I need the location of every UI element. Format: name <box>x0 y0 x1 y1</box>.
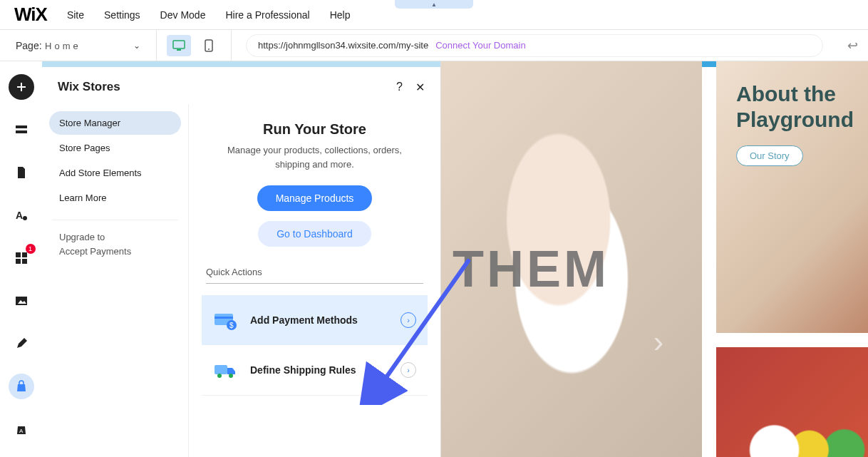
quick-actions-label: Quick Actions <box>206 267 423 284</box>
qa-item-label: Add Payment Methods <box>250 314 401 326</box>
payment-icon: $ <box>213 309 237 331</box>
site-url-bar: https://johnmgllson34.wixsite.com/my-sit… <box>246 34 823 57</box>
svg-rect-1 <box>177 49 181 51</box>
svg-text:A: A <box>16 210 23 221</box>
menu-devmode[interactable]: Dev Mode <box>160 9 206 21</box>
sidebar-item-add-store-elements[interactable]: Add Store Elements <box>49 161 181 185</box>
collapse-handle[interactable]: ▲ <box>395 0 473 9</box>
theme-button[interactable]: A <box>9 202 34 228</box>
chevron-right-icon: › <box>401 312 416 328</box>
bag-icon <box>16 380 27 393</box>
mobile-view-button[interactable] <box>197 35 221 56</box>
svg-rect-19 <box>215 365 227 374</box>
image-icon <box>15 296 28 306</box>
upgrade-line2: Accept Payments <box>59 246 131 257</box>
svg-point-21 <box>229 374 233 378</box>
add-element-button[interactable] <box>9 74 34 100</box>
page-selector[interactable]: Page: Home ⌄ <box>0 30 157 61</box>
top-menubar: ▲ WiX Site Settings Dev Mode Hire a Prof… <box>0 0 868 30</box>
help-button[interactable]: ? <box>396 81 403 94</box>
our-story-button[interactable]: Our Story <box>736 145 803 166</box>
connect-domain-link[interactable]: Connect Your Domain <box>435 40 525 51</box>
about-heading-l2: Playground <box>736 108 854 131</box>
svg-point-7 <box>23 216 27 220</box>
menu-hire[interactable]: Hire a Professional <box>225 9 309 21</box>
menu-help[interactable]: Help <box>330 9 351 21</box>
panel-title: Wix Stores <box>58 80 120 94</box>
page-label: Page: <box>16 40 42 51</box>
page-value: Home <box>45 41 81 51</box>
desktop-icon <box>172 40 185 51</box>
product-image <box>716 347 868 457</box>
blog-button[interactable] <box>9 331 34 356</box>
sidebar-item-learn-more[interactable]: Learn More <box>49 186 181 210</box>
run-store-subtitle: Manage your products, collections, order… <box>215 143 415 171</box>
menu-site[interactable]: Site <box>67 9 84 21</box>
theme-icon: A <box>15 209 28 222</box>
qa-define-shipping-rules[interactable]: Define Shipping Rules › <box>202 345 428 396</box>
wix-logo[interactable]: WiX <box>14 4 47 26</box>
sections-button[interactable] <box>9 117 34 143</box>
page-icon <box>16 166 26 179</box>
menu-settings[interactable]: Settings <box>104 9 140 21</box>
svg-rect-0 <box>173 41 185 48</box>
svg-rect-5 <box>16 130 27 133</box>
chevron-right-icon: › <box>401 362 416 378</box>
left-toolbar: A 1 A <box>0 61 42 457</box>
plus-icon <box>16 81 27 93</box>
svg-text:A: A <box>19 428 24 434</box>
booking-icon: A <box>16 423 27 436</box>
panel-main: Run Your Store Manage your products, col… <box>189 104 440 457</box>
svg-rect-11 <box>22 259 27 264</box>
sidebar-item-store-manager[interactable]: Store Manager <box>49 111 181 135</box>
svg-rect-16 <box>215 317 233 319</box>
qa-item-label: Define Shipping Rules <box>250 364 401 376</box>
upgrade-link[interactable]: Upgrade to Accept Payments <box>49 230 181 258</box>
desktop-view-button[interactable] <box>167 35 191 56</box>
go-to-dashboard-button[interactable]: Go to Dashboard <box>258 221 371 247</box>
svg-rect-10 <box>16 259 21 264</box>
pen-icon <box>15 337 28 350</box>
panel-sidebar: Store Manager Store Pages Add Store Elem… <box>42 104 189 457</box>
shipping-icon <box>213 359 237 381</box>
svg-point-20 <box>217 374 222 378</box>
apps-icon <box>15 252 28 265</box>
run-store-title: Run Your Store <box>202 121 428 138</box>
svg-point-3 <box>208 48 210 50</box>
apps-badge: 1 <box>26 244 36 254</box>
store-button[interactable] <box>9 374 34 399</box>
site-url: https://johnmgllson34.wixsite.com/my-sit… <box>258 40 428 51</box>
editor-canvas: THEM › About the Playground Our Story Wi… <box>42 61 868 457</box>
apps-button[interactable]: 1 <box>9 245 34 271</box>
manage-products-button[interactable]: Manage Products <box>257 185 373 211</box>
undo-button[interactable]: ↩ <box>837 38 868 53</box>
svg-rect-8 <box>16 252 21 257</box>
media-button[interactable] <box>9 288 34 314</box>
slide-next-button[interactable]: › <box>653 325 663 359</box>
svg-text:$: $ <box>229 322 234 329</box>
pages-button[interactable] <box>9 160 34 185</box>
close-button[interactable]: ✕ <box>415 81 425 94</box>
bookings-button[interactable]: A <box>9 416 34 442</box>
editor-toolbar: Page: Home ⌄ https://johnmgllson34.wixsi… <box>0 30 868 61</box>
wix-stores-panel: Wix Stores ? ✕ Store Manager Store Pages… <box>42 61 441 457</box>
qa-add-payment-methods[interactable]: $ Add Payment Methods › <box>202 295 428 345</box>
about-heading: About the Playground <box>736 81 868 133</box>
upgrade-line1: Upgrade to <box>59 232 105 242</box>
about-heading-l1: About the <box>736 82 836 106</box>
svg-rect-4 <box>16 125 27 128</box>
mobile-icon <box>205 39 213 52</box>
sidebar-item-store-pages[interactable]: Store Pages <box>49 136 181 160</box>
sections-icon <box>15 125 28 135</box>
svg-rect-9 <box>22 252 27 257</box>
chevron-down-icon: ⌄ <box>133 41 140 51</box>
hero-heading: THEM <box>453 240 609 298</box>
about-section: About the Playground Our Story <box>716 61 868 333</box>
